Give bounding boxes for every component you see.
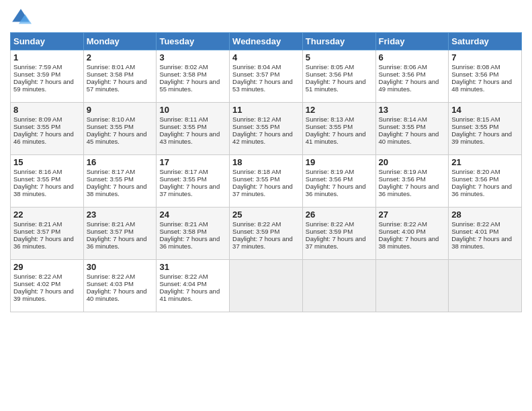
- cell-3-3: 17 Sunrise: 8:17 AM Sunset: 3:55 PM Dayl…: [157, 155, 230, 208]
- daylight-label: Daylight: 7 hours and 36 minutes.: [306, 183, 366, 197]
- sunset-label: Sunset: 3:56 PM: [451, 71, 498, 78]
- day-number: 26: [306, 210, 373, 220]
- cell-5-1: 29 Sunrise: 8:22 AM Sunset: 4:02 PM Dayl…: [11, 260, 84, 312]
- daylight-label: Daylight: 7 hours and 36 minutes.: [159, 235, 220, 250]
- daylight-label: Daylight: 7 hours and 37 minutes.: [159, 183, 220, 197]
- daylight-label: Daylight: 7 hours and 38 minutes.: [379, 235, 439, 250]
- sunset-label: Sunset: 3:56 PM: [451, 175, 498, 183]
- page: SundayMondayTuesdayWednesdayThursdayFrid…: [0, 0, 532, 319]
- sunset-label: Sunset: 3:57 PM: [232, 71, 279, 78]
- week-row-2: 8 Sunrise: 8:09 AM Sunset: 3:55 PM Dayli…: [11, 103, 522, 155]
- sunrise-label: Sunrise: 8:02 AM: [159, 63, 208, 71]
- sunrise-label: Sunrise: 8:14 AM: [379, 116, 427, 123]
- cell-4-1: 22 Sunrise: 8:21 AM Sunset: 3:57 PM Dayl…: [11, 208, 84, 260]
- day-number: 13: [379, 105, 446, 115]
- cell-4-4: 25 Sunrise: 8:22 AM Sunset: 3:59 PM Dayl…: [230, 208, 303, 260]
- cell-2-5: 12 Sunrise: 8:13 AM Sunset: 3:55 PM Dayl…: [302, 103, 375, 155]
- daylight-label: Daylight: 7 hours and 42 minutes.: [232, 130, 293, 145]
- day-number: 14: [451, 105, 519, 115]
- day-number: 3: [159, 52, 226, 62]
- sunrise-label: Sunrise: 8:01 AM: [87, 63, 135, 71]
- day-number: 2: [87, 52, 154, 62]
- sunrise-label: Sunrise: 8:19 AM: [306, 168, 354, 175]
- col-header-friday: Friday: [375, 33, 449, 50]
- day-number: 19: [306, 157, 373, 167]
- cell-2-2: 9 Sunrise: 8:10 AM Sunset: 3:55 PM Dayli…: [83, 103, 157, 155]
- sunrise-label: Sunrise: 8:15 AM: [451, 116, 500, 123]
- day-number: 28: [451, 210, 519, 220]
- sunset-label: Sunset: 3:55 PM: [13, 123, 60, 130]
- day-number: 7: [451, 52, 519, 62]
- day-number: 21: [451, 157, 519, 167]
- sunset-label: Sunset: 3:55 PM: [13, 175, 60, 183]
- daylight-label: Daylight: 7 hours and 37 minutes.: [232, 235, 293, 250]
- cell-2-7: 14 Sunrise: 8:15 AM Sunset: 3:55 PM Dayl…: [449, 103, 522, 155]
- day-number: 12: [306, 105, 373, 115]
- sunrise-label: Sunrise: 8:20 AM: [451, 168, 500, 175]
- daylight-label: Daylight: 7 hours and 55 minutes.: [159, 78, 220, 93]
- sunrise-label: Sunrise: 8:06 AM: [379, 63, 427, 71]
- cell-4-3: 24 Sunrise: 8:21 AM Sunset: 3:58 PM Dayl…: [157, 208, 230, 260]
- daylight-label: Daylight: 7 hours and 36 minutes.: [87, 235, 147, 250]
- daylight-label: Daylight: 7 hours and 37 minutes.: [232, 183, 293, 197]
- daylight-label: Daylight: 7 hours and 38 minutes.: [451, 235, 512, 250]
- sunset-label: Sunset: 4:01 PM: [451, 228, 498, 235]
- week-row-4: 22 Sunrise: 8:21 AM Sunset: 3:57 PM Dayl…: [11, 208, 522, 260]
- day-number: 4: [232, 52, 300, 62]
- sunrise-label: Sunrise: 8:18 AM: [232, 168, 281, 175]
- sunset-label: Sunset: 3:55 PM: [87, 175, 134, 183]
- logo-icon: [10, 7, 32, 28]
- sunrise-label: Sunrise: 8:10 AM: [87, 116, 135, 123]
- daylight-label: Daylight: 7 hours and 36 minutes.: [379, 183, 439, 197]
- daylight-label: Daylight: 7 hours and 40 minutes.: [87, 287, 147, 302]
- day-number: 17: [159, 157, 226, 167]
- logo: [10, 7, 34, 28]
- sunset-label: Sunset: 4:00 PM: [379, 228, 426, 235]
- calendar-table: SundayMondayTuesdayWednesdayThursdayFrid…: [10, 32, 522, 312]
- daylight-label: Daylight: 7 hours and 36 minutes.: [13, 235, 74, 250]
- daylight-label: Daylight: 7 hours and 59 minutes.: [13, 78, 74, 93]
- sunrise-label: Sunrise: 8:21 AM: [87, 220, 135, 228]
- sunset-label: Sunset: 3:58 PM: [87, 71, 134, 78]
- cell-3-6: 20 Sunrise: 8:19 AM Sunset: 3:56 PM Dayl…: [375, 155, 449, 208]
- daylight-label: Daylight: 7 hours and 53 minutes.: [232, 78, 293, 93]
- day-number: 29: [13, 262, 81, 272]
- sunrise-label: Sunrise: 8:13 AM: [306, 116, 354, 123]
- daylight-label: Daylight: 7 hours and 36 minutes.: [451, 183, 512, 197]
- day-number: 1: [13, 52, 81, 62]
- sunrise-label: Sunrise: 8:21 AM: [159, 220, 208, 228]
- sunset-label: Sunset: 3:55 PM: [451, 123, 498, 130]
- daylight-label: Daylight: 7 hours and 38 minutes.: [13, 183, 74, 197]
- week-row-3: 15 Sunrise: 8:16 AM Sunset: 3:55 PM Dayl…: [11, 155, 522, 208]
- sunset-label: Sunset: 3:55 PM: [87, 123, 134, 130]
- cell-3-5: 19 Sunrise: 8:19 AM Sunset: 3:56 PM Dayl…: [302, 155, 375, 208]
- sunrise-label: Sunrise: 8:09 AM: [13, 116, 62, 123]
- day-number: 23: [87, 210, 154, 220]
- daylight-label: Daylight: 7 hours and 37 minutes.: [306, 235, 366, 250]
- sunset-label: Sunset: 3:59 PM: [232, 228, 279, 235]
- cell-3-4: 18 Sunrise: 8:18 AM Sunset: 3:55 PM Dayl…: [230, 155, 303, 208]
- sunrise-label: Sunrise: 8:22 AM: [159, 273, 208, 280]
- daylight-label: Daylight: 7 hours and 46 minutes.: [13, 130, 74, 145]
- cell-1-1: 1 Sunrise: 7:59 AM Sunset: 3:59 PM Dayli…: [11, 50, 84, 103]
- col-header-monday: Monday: [83, 33, 157, 50]
- sunset-label: Sunset: 3:55 PM: [159, 123, 206, 130]
- daylight-label: Daylight: 7 hours and 57 minutes.: [87, 78, 147, 93]
- cell-4-2: 23 Sunrise: 8:21 AM Sunset: 3:57 PM Dayl…: [83, 208, 157, 260]
- sunrise-label: Sunrise: 8:04 AM: [232, 63, 281, 71]
- cell-5-6: [375, 260, 449, 312]
- day-number: 6: [379, 52, 446, 62]
- cell-2-4: 11 Sunrise: 8:12 AM Sunset: 3:55 PM Dayl…: [230, 103, 303, 155]
- sunset-label: Sunset: 3:55 PM: [159, 175, 206, 183]
- cell-5-5: [302, 260, 375, 312]
- col-header-saturday: Saturday: [449, 33, 522, 50]
- sunrise-label: Sunrise: 8:22 AM: [13, 273, 62, 280]
- sunrise-label: Sunrise: 8:22 AM: [87, 273, 135, 280]
- daylight-label: Daylight: 7 hours and 49 minutes.: [379, 78, 439, 93]
- sunset-label: Sunset: 3:58 PM: [159, 71, 206, 78]
- sunset-label: Sunset: 3:55 PM: [232, 123, 279, 130]
- cell-1-4: 4 Sunrise: 8:04 AM Sunset: 3:57 PM Dayli…: [230, 50, 303, 103]
- sunrise-label: Sunrise: 8:22 AM: [379, 220, 427, 228]
- daylight-label: Daylight: 7 hours and 48 minutes.: [451, 78, 512, 93]
- week-row-1: 1 Sunrise: 7:59 AM Sunset: 3:59 PM Dayli…: [11, 50, 522, 103]
